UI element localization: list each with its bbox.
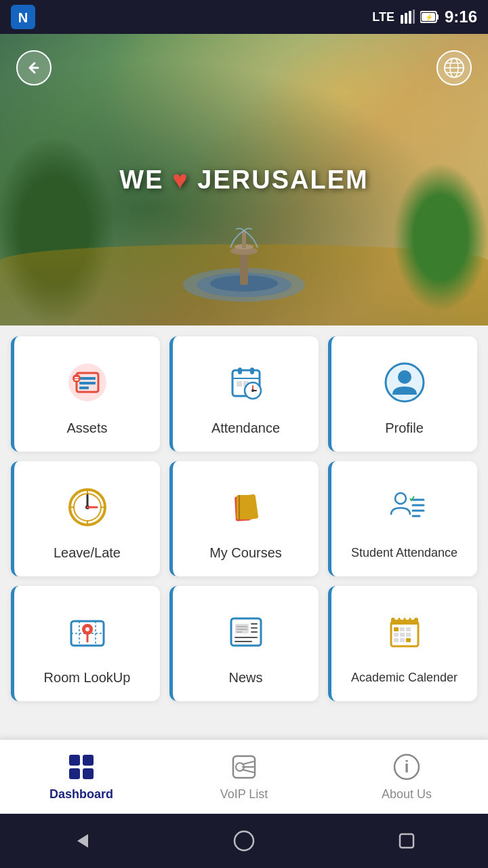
svg-point-59 [395,493,406,504]
recents-system-icon [394,829,419,853]
svg-text:i: i [405,757,409,776]
back-system-icon [69,829,94,853]
assets-icon [60,355,115,410]
grid-item-student-attendance[interactable]: Student Attendance [328,461,477,576]
svg-point-42 [251,389,254,392]
bottom-nav: Dashboard VoIP List i About Us [0,739,488,814]
svg-point-82 [411,616,415,620]
svg-rect-26 [79,377,96,380]
svg-rect-4 [409,11,411,24]
grid-item-my-courses[interactable]: My Courses [169,461,319,576]
svg-rect-3 [405,13,407,24]
student-attendance-label: Student Attendance [351,546,458,560]
svg-rect-83 [394,627,399,631]
dashboard-label: Dashboard [49,787,113,802]
nav-item-about-us[interactable]: i About Us [325,740,488,814]
svg-rect-88 [406,633,411,637]
my-courses-icon [219,480,273,534]
academic-calender-label: Academic Calender [351,671,458,685]
grid-item-room-lookup[interactable]: Room LookUp [11,586,160,701]
svg-rect-16 [242,231,246,248]
app-logo: N [11,5,35,29]
grid-item-leave-late[interactable]: Leave/Late [11,461,160,576]
profile-label: Profile [385,420,424,436]
room-lookup-label: Room LookUp [44,670,131,686]
fountain-decoration [176,224,312,305]
svg-point-79 [394,616,399,620]
svg-marker-103 [77,834,88,848]
svg-point-81 [405,616,409,620]
grid-item-news[interactable]: News [169,586,319,701]
assets-label: Assets [66,420,107,436]
news-icon [219,605,273,659]
my-courses-label: My Courses [209,545,282,561]
svg-rect-33 [238,368,242,374]
status-bar: N LTE ⚡ 9:16 [0,0,488,34]
svg-rect-93 [83,755,94,766]
academic-calender-icon [378,606,432,660]
grid-item-assets[interactable]: Assets [11,336,160,452]
svg-rect-13 [240,251,248,285]
svg-rect-86 [394,633,399,637]
svg-rect-30 [75,377,79,378]
svg-rect-5 [413,9,415,24]
svg-point-66 [85,627,89,631]
room-lookup-icon [60,605,115,659]
home-system-icon [232,829,256,853]
leave-late-icon [60,480,115,534]
language-button[interactable] [434,47,474,88]
svg-rect-34 [250,368,254,374]
nav-item-dashboard[interactable]: Dashboard [0,740,163,814]
svg-rect-91 [406,638,411,642]
grid-item-attendance[interactable]: Attendance [169,336,319,452]
voip-icon [229,752,259,782]
main-content: Assets Attenda [0,326,488,701]
news-label: News [228,670,262,686]
svg-rect-90 [400,638,405,642]
clock: 9:16 [445,7,477,26]
back-button[interactable] [14,47,54,88]
svg-rect-92 [69,755,80,766]
svg-rect-31 [75,379,79,380]
attendance-label: Attendance [211,420,280,436]
svg-point-104 [235,831,253,850]
about-us-label: About Us [382,787,432,802]
svg-rect-94 [69,768,80,779]
hero-heart: ♥ [172,165,189,194]
nav-item-voip-list[interactable]: VoIP List [163,740,325,814]
svg-line-98 [243,762,253,764]
app-grid: Assets Attenda [11,336,477,701]
svg-line-100 [243,770,253,772]
svg-rect-27 [79,382,96,384]
svg-rect-89 [394,638,399,642]
attendance-icon [219,355,273,410]
status-info: LTE ⚡ 9:16 [372,7,477,26]
svg-text:N: N [18,10,28,25]
dashboard-icon [66,752,96,782]
hero-banner: WE ♥ JERUSALEM [0,34,488,326]
svg-point-44 [398,370,411,384]
network-type: LTE [372,10,394,24]
svg-point-80 [400,616,404,620]
profile-icon [378,355,432,410]
home-system-button[interactable] [227,824,261,858]
svg-rect-7 [436,14,439,20]
hero-text: WE ♥ JERUSALEM [119,165,368,195]
svg-text:⚡: ⚡ [425,13,434,22]
svg-rect-95 [83,768,94,779]
battery-icon: ⚡ [420,9,439,24]
signal-icon [400,9,415,24]
student-attendance-icon [378,481,432,535]
back-system-button[interactable] [64,824,98,858]
grid-item-academic-calender[interactable]: Academic Calender [328,586,477,701]
recents-system-button[interactable] [390,824,424,858]
voip-list-label: VoIP List [220,787,268,802]
grid-item-profile[interactable]: Profile [328,336,477,452]
svg-rect-2 [401,15,403,24]
svg-rect-84 [400,627,405,631]
svg-rect-85 [406,627,411,631]
system-nav-bar [0,814,488,868]
svg-rect-36 [237,381,242,387]
svg-rect-87 [400,633,405,637]
leave-late-label: Leave/Late [54,545,121,561]
